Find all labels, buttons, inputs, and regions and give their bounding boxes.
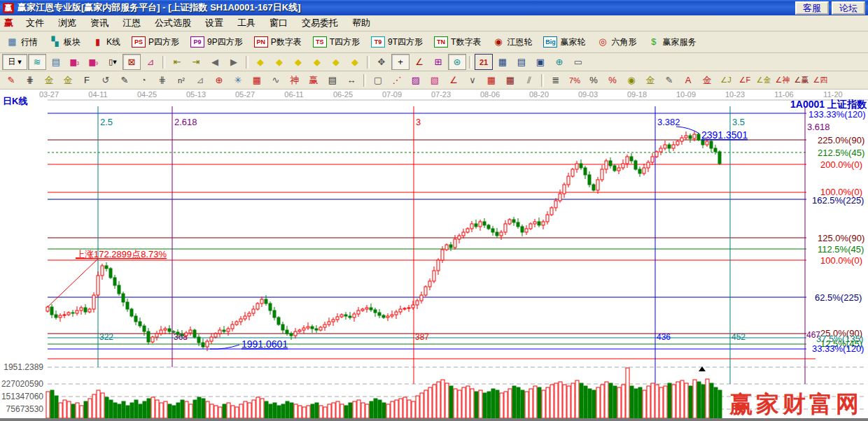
market-quotes-button[interactable]: ▦行情: [2, 35, 42, 50]
save-button[interactable]: ▣: [531, 54, 550, 70]
pct-box-purple-tool[interactable]: ▨: [407, 72, 425, 88]
spiral-tool[interactable]: ↺: [97, 72, 115, 88]
pen-red-tool[interactable]: ✎: [2, 72, 20, 88]
diamond-shrink-button[interactable]: ◆: [308, 54, 326, 70]
kline-button[interactable]: ▮K线: [88, 35, 125, 50]
menu-item-窗口[interactable]: 窗口: [262, 15, 295, 31]
calendar-button[interactable]: 21: [475, 54, 493, 70]
menu-item-浏览[interactable]: 浏览: [51, 15, 83, 31]
angle-shen-tool[interactable]: ∠神: [774, 72, 792, 88]
gold-square-tool-1[interactable]: 金: [40, 72, 58, 88]
clock-circle-tool[interactable]: ◔: [134, 72, 153, 88]
calculator-button[interactable]: ▦: [493, 54, 512, 70]
bars-9-icon[interactable]: ▆₉: [85, 54, 103, 70]
hand-tool-button[interactable]: ✥: [372, 54, 391, 70]
dense-grid-tool[interactable]: ⋕: [153, 72, 172, 88]
rect-select-tool[interactable]: ▢: [369, 72, 387, 88]
menu-item-文件[interactable]: 文件: [19, 15, 51, 31]
step-back-button[interactable]: ◀: [206, 54, 224, 70]
p-number-table-button[interactable]: PNP数字表: [250, 35, 306, 50]
angle-f-tool[interactable]: ∠F: [736, 72, 754, 88]
star-web-tool[interactable]: ✳: [229, 72, 247, 88]
winner-service-button[interactable]: $赢家服务: [643, 35, 700, 50]
gann-wheel-button[interactable]: ◉江恩轮: [488, 35, 536, 50]
hexagon-button[interactable]: ◎六角形: [592, 35, 640, 50]
win-grid-tool[interactable]: 赢: [304, 72, 323, 88]
menu-item-帮助[interactable]: 帮助: [345, 15, 377, 31]
candlestick: [244, 316, 246, 319]
hatch-tool[interactable]: ⫽: [520, 72, 538, 88]
angle-j-tool[interactable]: ∠J: [717, 72, 735, 88]
red-grid-tool-2[interactable]: ▦: [501, 72, 519, 88]
menu-item-资讯[interactable]: 资讯: [83, 15, 115, 31]
line-chart-icon[interactable]: ≋: [28, 54, 46, 70]
red-grid-tool-1[interactable]: ▦: [482, 72, 500, 88]
shape-tool-button[interactable]: ⊞: [429, 54, 447, 70]
bars-3-icon[interactable]: ▆₃: [66, 54, 84, 70]
t-square-button[interactable]: TST四方形: [309, 35, 364, 50]
count-bars-tool[interactable]: ≣: [547, 72, 565, 88]
print-button[interactable]: ▭: [569, 54, 587, 70]
step-forward-button[interactable]: ▶: [225, 54, 243, 70]
jump-last-button[interactable]: ⇥: [187, 54, 205, 70]
service-button[interactable]: 客服: [795, 1, 829, 15]
web-box-tool[interactable]: ▦: [248, 72, 266, 88]
p-square-button[interactable]: PSP四方形: [127, 35, 183, 50]
gold-square-tool-2[interactable]: 金: [59, 72, 77, 88]
forum-button[interactable]: 论坛: [832, 1, 865, 15]
angle-rays-tool[interactable]: ∠: [444, 72, 463, 88]
diamond-right-button[interactable]: ◆: [270, 54, 288, 70]
span-arrow-tool[interactable]: ↔: [342, 72, 360, 88]
circle-cross-tool[interactable]: ⊕: [210, 72, 228, 88]
diamond-expand-button[interactable]: ◆: [289, 54, 307, 70]
notepad-button[interactable]: ▤: [512, 54, 531, 70]
color-flag-icon[interactable]: ⊿: [141, 54, 160, 70]
gann-grid-tool[interactable]: ⋕: [21, 72, 39, 88]
polyline-tool[interactable]: ∨: [463, 72, 482, 88]
crosshair-tool-button[interactable]: +: [391, 54, 410, 70]
candle-style-dropdown[interactable]: ▯▾: [104, 54, 122, 70]
menu-item-交易委托[interactable]: 交易委托: [295, 15, 345, 31]
diamond-left-button[interactable]: ◆: [251, 54, 270, 70]
menu-item-江恩[interactable]: 江恩: [115, 15, 148, 31]
ruler-123-tool[interactable]: ▤: [323, 72, 342, 88]
wave-tool[interactable]: ∿: [267, 72, 285, 88]
mirror-angle-tool[interactable]: ⊿: [191, 72, 209, 88]
candlestick: [651, 157, 654, 162]
angle-si-tool[interactable]: ∠四: [811, 72, 830, 88]
angle-win-tool[interactable]: ∠赢: [792, 72, 811, 88]
pen-small-tool[interactable]: ✎: [660, 72, 678, 88]
period-day-dropdown[interactable]: 日 ▾: [2, 54, 27, 70]
pattern-box-icon[interactable]: ⊠: [122, 54, 141, 70]
pct-line-tool[interactable]: %: [603, 72, 622, 88]
p9-square-button[interactable]: P99P四方形: [186, 35, 247, 50]
info-list-icon[interactable]: ▤: [47, 54, 65, 70]
menu-item-工具[interactable]: 工具: [230, 15, 262, 31]
export-button[interactable]: ⊕: [550, 54, 568, 70]
t-number-table-button[interactable]: TNT数字表: [430, 35, 485, 50]
fan-lines-tool[interactable]: ⋰: [388, 72, 406, 88]
angle-measure-button[interactable]: ∠: [410, 54, 428, 70]
sectors-button[interactable]: ▚板块: [45, 35, 85, 50]
f-square-tool[interactable]: F: [78, 72, 96, 88]
diamond-center-button[interactable]: ◆: [327, 54, 345, 70]
pct-7-tool[interactable]: 7%: [566, 72, 584, 88]
jump-first-button[interactable]: ⇤: [168, 54, 186, 70]
wave-a-tool[interactable]: A: [679, 72, 697, 88]
gold-line-tool[interactable]: 金: [641, 72, 659, 88]
pct-tool[interactable]: %: [584, 72, 603, 88]
chart-canvas[interactable]: 03-2704-1104-2505-1305-2706-1106-2507-09…: [0, 90, 868, 421]
gold-coin-tool[interactable]: ◉: [622, 72, 640, 88]
pen-black-tool[interactable]: ✎: [115, 72, 134, 88]
diamond-grid-button[interactable]: ◆: [346, 54, 364, 70]
winner-wheel-button[interactable]: Big赢家轮: [539, 35, 589, 50]
menu-item-公式选股[interactable]: 公式选股: [148, 15, 198, 31]
gold-red-tool[interactable]: 金: [698, 72, 716, 88]
fan-box-pink-tool[interactable]: ▧: [426, 72, 444, 88]
n-squared-tool[interactable]: n²: [172, 72, 190, 88]
t9-square-button[interactable]: T99T四方形: [367, 35, 427, 50]
menu-item-设置[interactable]: 设置: [198, 15, 230, 31]
brain-tool-button[interactable]: ⊛: [448, 54, 466, 70]
angle-gold-tool[interactable]: ∠金: [755, 72, 773, 88]
shen-grid-tool[interactable]: 神: [286, 72, 304, 88]
